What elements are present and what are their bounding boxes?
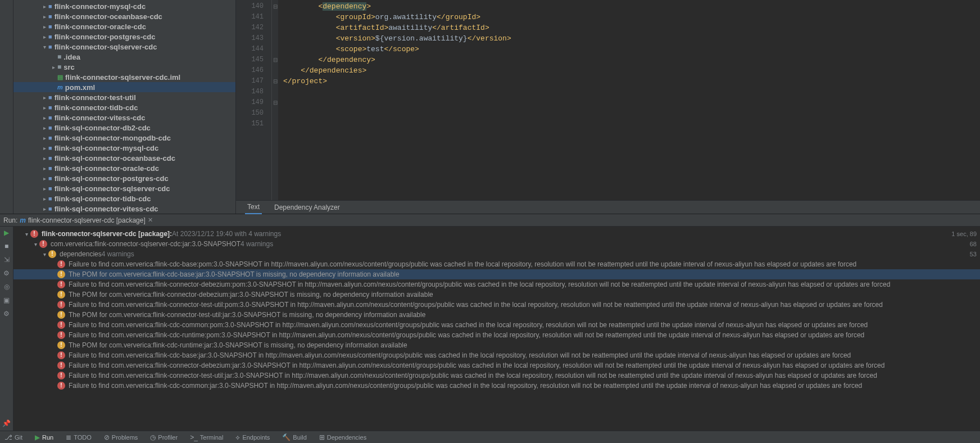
tree-item[interactable]: ▸■flink-sql-connector-postgres-cdc — [13, 173, 235, 183]
tree-item[interactable]: ▸■flink-connector-vitess-cdc — [13, 112, 235, 123]
bottom-tool-profiler[interactable]: ◷Profiler — [148, 433, 180, 441]
tree-item[interactable]: ■.idea — [13, 52, 235, 62]
code-line[interactable]: <groupId>org.awaitility</groupId> — [283, 12, 980, 22]
chevron-right-icon[interactable]: ▸ — [40, 186, 48, 192]
fold-strip[interactable]: ⊟⊟⊟⊟ — [272, 0, 279, 200]
chevron-right-icon[interactable]: ▸ — [40, 24, 48, 30]
log-row[interactable]: !Failure to find com.ververica:flink-con… — [13, 370, 980, 381]
tree-item[interactable]: ▸■src — [13, 62, 235, 72]
line-number[interactable]: 147 — [236, 76, 264, 87]
fold-mark[interactable]: ⊟ — [272, 55, 278, 65]
chevron-right-icon[interactable]: ▸ — [40, 125, 48, 131]
tree-item[interactable]: ▤flink-connector-sqlserver-cdc.iml — [13, 72, 235, 82]
tree-item[interactable]: ▸■flink-connector-mysql-cdc — [13, 1, 235, 11]
tree-item[interactable]: ▸■flink-sql-connector-tidb-cdc — [13, 193, 235, 204]
code-line[interactable]: <dependency> — [283, 1, 980, 12]
bottom-tool-build[interactable]: 🔨Build — [280, 433, 308, 441]
chevron-down-icon[interactable]: ▾ — [40, 44, 48, 50]
log-row[interactable]: !Failure to find com.ververica:flink-con… — [13, 279, 980, 290]
line-number[interactable]: 142 — [236, 22, 264, 33]
chevron-down-icon[interactable]: ▾ — [31, 241, 39, 247]
log-row[interactable]: !The POM for com.ververica:flink-cdc-bas… — [13, 269, 980, 279]
settings-icon[interactable]: ⚙ — [3, 310, 10, 318]
tab-dependency-analyzer[interactable]: Dependency Analyzer — [272, 201, 342, 214]
chevron-right-icon[interactable]: ▸ — [40, 34, 48, 40]
code-line[interactable]: <artifactId>awaitility</artifactId> — [283, 22, 980, 33]
tree-item[interactable]: ▸■flink-connector-oceanbase-cdc — [13, 11, 235, 21]
chevron-right-icon[interactable]: ▸ — [40, 135, 48, 141]
tree-item[interactable]: ▸■flink-sql-connector-oceanbase-cdc — [13, 153, 235, 163]
tree-item[interactable]: ▸■flink-sql-connector-sqlserver-cdc — [13, 183, 235, 193]
chevron-right-icon[interactable]: ▸ — [40, 145, 48, 151]
bottom-tool-git[interactable]: ⎇Git — [2, 433, 25, 441]
tree-item[interactable]: ▸■flink-connector-postgres-cdc — [13, 31, 235, 42]
code-line[interactable]: </dependency> — [283, 55, 980, 65]
log-row[interactable]: !The POM for com.ververica:flink-cdc-run… — [13, 340, 980, 350]
pin-icon[interactable]: 📌 — [2, 419, 11, 427]
bottom-tool-dependencies[interactable]: ⊞Dependencies — [317, 433, 369, 441]
log-row[interactable]: !Failure to find com.ververica:flink-cdc… — [13, 259, 980, 269]
log-row[interactable]: ▾!flink-connector-sqlserver-cdc [package… — [13, 229, 980, 239]
code-line[interactable]: <version>${version.awaitility}</version> — [283, 33, 980, 44]
log-row[interactable]: ▾!com.ververica:flink-connector-sqlserve… — [13, 239, 980, 249]
line-number[interactable]: 150 — [236, 108, 264, 119]
chevron-down-icon[interactable]: ▾ — [40, 251, 48, 257]
tree-item[interactable]: ▸■flink-connector-test-util — [13, 92, 235, 102]
close-icon[interactable]: ✕ — [148, 216, 153, 224]
chevron-right-icon[interactable]: ▸ — [40, 105, 48, 111]
log-row[interactable]: !Failure to find com.ververica:flink-cdc… — [13, 350, 980, 360]
fold-mark[interactable]: ⊟ — [272, 97, 278, 108]
fold-mark[interactable]: ⊟ — [272, 1, 278, 12]
tree-item[interactable]: ▾■flink-connector-sqlserver-cdc — [13, 42, 235, 52]
line-number[interactable]: 146 — [236, 65, 264, 76]
chevron-right-icon[interactable]: ▸ — [40, 13, 48, 20]
line-number[interactable]: 141 — [236, 12, 264, 22]
editor-gutter[interactable]: 140141142143144145146147148149150151 — [236, 0, 272, 200]
log-row[interactable]: !The POM for com.ververica:flink-connect… — [13, 310, 980, 320]
chevron-right-icon[interactable]: ▸ — [49, 64, 57, 70]
code-line[interactable]: </dependencies> — [283, 65, 980, 76]
chevron-down-icon[interactable]: ▾ — [22, 231, 30, 237]
tree-item[interactable]: ▸■flink-sql-connector-oracle-cdc — [13, 163, 235, 173]
chevron-right-icon[interactable]: ▸ — [40, 94, 48, 101]
code-line[interactable]: <scope>test</scope> — [283, 44, 980, 55]
log-row[interactable]: !Failure to find com.ververica:flink-cdc… — [13, 320, 980, 330]
tree-item[interactable]: ▸■flink-sql-connector-mongodb-cdc — [13, 133, 235, 143]
log-row[interactable]: !Failure to find com.ververica:flink-cdc… — [13, 330, 980, 340]
line-number[interactable]: 148 — [236, 87, 264, 97]
fold-mark[interactable]: ⊟ — [272, 76, 278, 87]
bottom-tool-endpoints[interactable]: ⟡Endpoints — [233, 433, 272, 441]
chevron-right-icon[interactable]: ▸ — [40, 115, 48, 121]
log-row[interactable]: !Failure to find com.ververica:flink-cdc… — [13, 381, 980, 391]
run-config-name[interactable]: flink-connector-sqlserver-cdc [package] — [28, 216, 146, 224]
filter-icon[interactable]: ⚙ — [3, 269, 10, 277]
bottom-tool-terminal[interactable]: >_Terminal — [188, 433, 225, 441]
log-row[interactable]: !The POM for com.ververica:flink-connect… — [13, 290, 980, 300]
line-number[interactable]: 145 — [236, 55, 264, 65]
log-row[interactable]: !Failure to find com.ververica:flink-con… — [13, 300, 980, 310]
line-number[interactable]: 149 — [236, 97, 264, 108]
stop-icon[interactable]: ■ — [4, 242, 8, 250]
chevron-right-icon[interactable]: ▸ — [40, 165, 48, 171]
tree-item[interactable]: ▸■flink-connector-tidb-cdc — [13, 102, 235, 112]
tree-item[interactable]: ▸■flink-sql-connector-mysql-cdc — [13, 143, 235, 153]
camera-icon[interactable]: ▣ — [3, 296, 10, 304]
bottom-tool-problems[interactable]: ⊘Problems — [102, 433, 140, 441]
chevron-right-icon[interactable]: ▸ — [40, 175, 48, 182]
log-row[interactable]: !Failure to find com.ververica:flink-con… — [13, 360, 980, 370]
chevron-right-icon[interactable]: ▸ — [40, 196, 48, 202]
project-tree[interactable]: ▸■flink-connector-mysql-cdc▸■flink-conne… — [13, 0, 236, 214]
chevron-right-icon[interactable]: ▸ — [40, 3, 48, 10]
target-icon[interactable]: ◎ — [4, 283, 10, 291]
log-row[interactable]: ▾!dependencies 4 warnings53 — [13, 249, 980, 259]
expand-icon[interactable]: ⇲ — [4, 256, 10, 264]
run-output-tree[interactable]: ▾!flink-connector-sqlserver-cdc [package… — [13, 227, 980, 431]
line-number[interactable]: 144 — [236, 44, 264, 55]
chevron-right-icon[interactable]: ▸ — [40, 206, 48, 212]
chevron-right-icon[interactable]: ▸ — [40, 155, 48, 161]
tree-item[interactable]: ▸■flink-connector-oracle-cdc — [13, 21, 235, 31]
line-number[interactable]: 143 — [236, 33, 264, 44]
code-line[interactable]: </project> — [283, 76, 980, 87]
tree-item[interactable]: mpom.xml — [13, 82, 235, 92]
bottom-tool-todo[interactable]: ≣TODO — [63, 433, 94, 441]
